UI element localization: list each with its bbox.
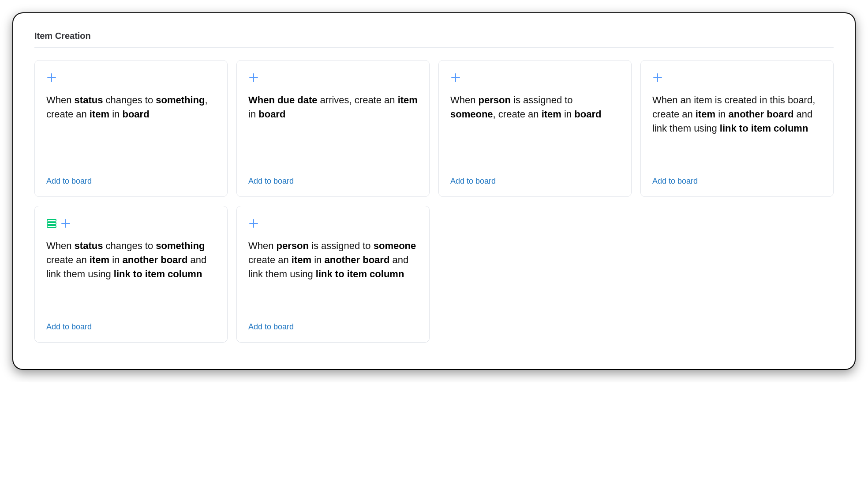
card-icons-row bbox=[248, 72, 418, 83]
automation-recipe-text: When person is assigned to someone, crea… bbox=[450, 93, 620, 121]
add-to-board-button[interactable]: Add to board bbox=[248, 177, 294, 186]
card-icons-row bbox=[46, 72, 216, 83]
svg-rect-2 bbox=[47, 226, 56, 227]
cards-grid: When status changes to something, create… bbox=[34, 60, 834, 343]
svg-rect-1 bbox=[47, 223, 56, 224]
automation-template-card[interactable]: When person is assigned to someone creat… bbox=[236, 206, 430, 343]
automation-template-card[interactable]: When an item is created in this board, c… bbox=[640, 60, 834, 197]
section-divider bbox=[34, 47, 834, 48]
automation-template-card[interactable]: When due date arrives, create an item in… bbox=[236, 60, 430, 197]
card-icons-row bbox=[450, 72, 620, 83]
add-to-board-button[interactable]: Add to board bbox=[248, 322, 294, 332]
plus-icon bbox=[248, 218, 259, 229]
card-icons-row bbox=[46, 218, 216, 229]
add-to-board-button[interactable]: Add to board bbox=[652, 177, 698, 186]
plus-icon bbox=[248, 72, 259, 83]
svg-rect-0 bbox=[47, 219, 56, 221]
plus-icon bbox=[60, 218, 71, 229]
section-title: Item Creation bbox=[34, 31, 834, 47]
plus-icon bbox=[46, 72, 57, 83]
automation-template-card[interactable]: When status changes to something create … bbox=[34, 206, 228, 343]
automation-recipe-text: When status changes to something create … bbox=[46, 239, 216, 281]
add-to-board-button[interactable]: Add to board bbox=[450, 177, 496, 186]
automation-recipe-text: When status changes to something, create… bbox=[46, 93, 216, 121]
automation-templates-panel: Item Creation When status changes to som… bbox=[12, 12, 856, 370]
automation-recipe-text: When an item is created in this board, c… bbox=[652, 93, 822, 136]
add-to-board-button[interactable]: Add to board bbox=[46, 177, 92, 186]
automation-recipe-text: When person is assigned to someone creat… bbox=[248, 239, 418, 281]
plus-icon bbox=[450, 72, 461, 83]
automation-template-card[interactable]: When person is assigned to someone, crea… bbox=[438, 60, 632, 197]
automation-template-card[interactable]: When status changes to something, create… bbox=[34, 60, 228, 197]
card-icons-row bbox=[652, 72, 822, 83]
card-icons-row bbox=[248, 218, 418, 229]
plus-icon bbox=[652, 72, 663, 83]
subitems-icon bbox=[46, 218, 57, 229]
add-to-board-button[interactable]: Add to board bbox=[46, 322, 92, 332]
automation-recipe-text: When due date arrives, create an item in… bbox=[248, 93, 418, 121]
